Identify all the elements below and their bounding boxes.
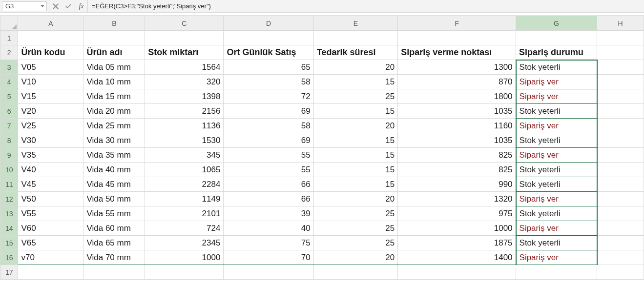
cell-H8[interactable] (597, 133, 644, 148)
cell-H10[interactable] (597, 163, 644, 177)
cell-G3[interactable]: Stok yeterli (516, 60, 597, 75)
cell-C5[interactable]: 1398 (145, 89, 224, 104)
cell-F13[interactable]: 975 (398, 206, 516, 221)
cell-B10[interactable]: Vida 40 mm (83, 163, 145, 177)
cell-D4[interactable]: 58 (224, 75, 313, 89)
row-header[interactable]: 4 (0, 75, 18, 89)
cell-C17[interactable] (145, 265, 224, 280)
cell-D14[interactable]: 40 (224, 221, 313, 236)
cell-F6[interactable]: 1035 (398, 104, 516, 119)
cell-G5[interactable]: Sipariş ver (516, 89, 597, 104)
col-header-E[interactable]: E (313, 16, 398, 31)
row-header[interactable]: 5 (0, 89, 18, 104)
cell-B5[interactable]: Vida 15 mm (83, 89, 145, 104)
cell-B6[interactable]: Vida 20 mm (83, 104, 145, 119)
cell-D11[interactable]: 66 (224, 177, 313, 192)
cell-A4[interactable]: V10 (18, 75, 83, 89)
cell-C14[interactable]: 724 (145, 221, 224, 236)
cell-E10[interactable]: 15 (313, 163, 398, 177)
row-header[interactable]: 11 (0, 177, 18, 192)
cell-B16[interactable]: Vida 70 mm (83, 250, 145, 265)
cell-D16[interactable]: 70 (224, 250, 313, 265)
cell-F9[interactable]: 825 (398, 148, 516, 163)
cell-E16[interactable]: 20 (313, 250, 398, 265)
confirm-formula-button[interactable] (62, 0, 75, 12)
cell-H1[interactable] (597, 31, 644, 45)
col-header-A[interactable]: A (18, 16, 83, 31)
insert-function-button[interactable]: fx (75, 0, 88, 12)
row-header[interactable]: 16 (0, 250, 18, 265)
cell-A7[interactable]: V25 (18, 119, 83, 133)
cell-G14[interactable]: Sipariş ver (516, 221, 597, 236)
cell-C11[interactable]: 2284 (145, 177, 224, 192)
cell-F12[interactable]: 1320 (398, 192, 516, 206)
cell-D6[interactable]: 69 (224, 104, 313, 119)
row-header[interactable]: 12 (0, 192, 18, 206)
cell-D17[interactable] (224, 265, 313, 280)
cell-G6[interactable]: Stok yeterli (516, 104, 597, 119)
row-header[interactable]: 2 (0, 45, 18, 60)
cell-A10[interactable]: V40 (18, 163, 83, 177)
cell-B11[interactable]: Vida 45 mm (83, 177, 145, 192)
cancel-formula-button[interactable] (49, 0, 62, 12)
cell-D9[interactable]: 55 (224, 148, 313, 163)
cell-H15[interactable] (597, 236, 644, 250)
cell-G1[interactable] (516, 31, 597, 45)
cell-F7[interactable]: 1160 (398, 119, 516, 133)
cell-H5[interactable] (597, 89, 644, 104)
cell-F1[interactable] (398, 31, 516, 45)
row-header[interactable]: 1 (0, 31, 18, 45)
cell-H6[interactable] (597, 104, 644, 119)
cell-H13[interactable] (597, 206, 644, 221)
cell-C12[interactable]: 1149 (145, 192, 224, 206)
cell-E3[interactable]: 20 (313, 60, 398, 75)
cell-D1[interactable] (224, 31, 313, 45)
cell-C13[interactable]: 2101 (145, 206, 224, 221)
cell-H11[interactable] (597, 177, 644, 192)
cell-C15[interactable]: 2345 (145, 236, 224, 250)
cell-A15[interactable]: V65 (18, 236, 83, 250)
cell-E12[interactable]: 20 (313, 192, 398, 206)
row-header[interactable]: 6 (0, 104, 18, 119)
cell-B3[interactable]: Vida 05 mm (83, 60, 145, 75)
cell-F15[interactable]: 1875 (398, 236, 516, 250)
cell-F14[interactable]: 1000 (398, 221, 516, 236)
formula-input[interactable]: =EĞER(C3>F3;"Stok yeterli";"Sipariş ver"… (88, 0, 644, 12)
cell-B1[interactable] (83, 31, 145, 45)
cell-F16[interactable]: 1400 (398, 250, 516, 265)
cell-B17[interactable] (83, 265, 145, 280)
cell-A14[interactable]: V60 (18, 221, 83, 236)
cell-H14[interactable] (597, 221, 644, 236)
cell-G17[interactable] (516, 265, 597, 280)
cell-H12[interactable] (597, 192, 644, 206)
cell-A8[interactable]: V30 (18, 133, 83, 148)
cell-D3[interactable]: 65 (224, 60, 313, 75)
cell-F4[interactable]: 870 (398, 75, 516, 89)
cell-B4[interactable]: Vida 10 mm (83, 75, 145, 89)
cell-E13[interactable]: 25 (313, 206, 398, 221)
cell-C10[interactable]: 1065 (145, 163, 224, 177)
cell-D13[interactable]: 39 (224, 206, 313, 221)
cell-G4[interactable]: Sipariş ver (516, 75, 597, 89)
cell-G7[interactable]: Sipariş ver (516, 119, 597, 133)
cell-E1[interactable] (313, 31, 398, 45)
cell-G2[interactable]: Sipariş durumu (516, 45, 597, 60)
row-header[interactable]: 7 (0, 119, 18, 133)
cell-A11[interactable]: V45 (18, 177, 83, 192)
col-header-G[interactable]: G (516, 16, 597, 31)
cell-B8[interactable]: Vida 30 mm (83, 133, 145, 148)
cell-A5[interactable]: V15 (18, 89, 83, 104)
cell-A9[interactable]: V35 (18, 148, 83, 163)
cell-C3[interactable]: 1564 (145, 60, 224, 75)
cell-D5[interactable]: 72 (224, 89, 313, 104)
cell-E7[interactable]: 20 (313, 119, 398, 133)
cell-F8[interactable]: 1035 (398, 133, 516, 148)
cell-D8[interactable]: 69 (224, 133, 313, 148)
spreadsheet-grid[interactable]: A B C D E F G H 12Ürün koduÜrün adıStok … (0, 16, 644, 280)
cell-B15[interactable]: Vida 65 mm (83, 236, 145, 250)
cell-H9[interactable] (597, 148, 644, 163)
cell-H7[interactable] (597, 119, 644, 133)
cell-C1[interactable] (145, 31, 224, 45)
cell-A12[interactable]: V50 (18, 192, 83, 206)
cell-F5[interactable]: 1800 (398, 89, 516, 104)
